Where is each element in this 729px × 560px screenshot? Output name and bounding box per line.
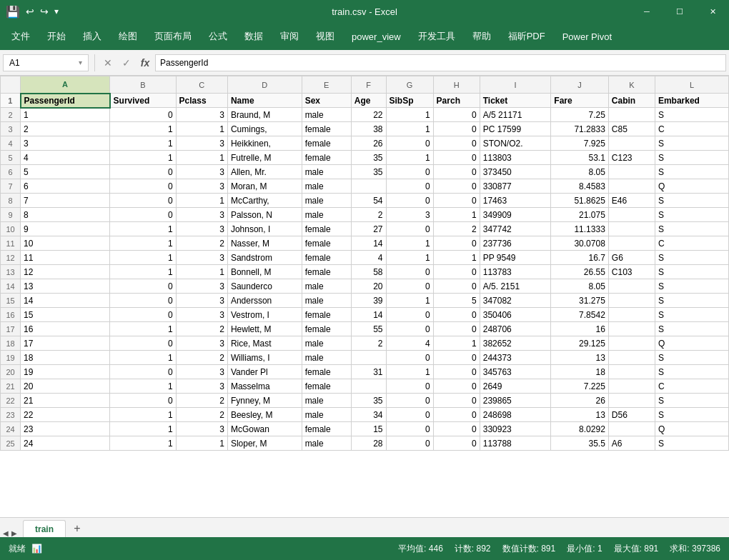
cell-row5-col8[interactable]: 113803 xyxy=(480,151,551,165)
cell-row7-col0[interactable]: 6 xyxy=(21,179,110,194)
cell-row7-col7[interactable]: 0 xyxy=(433,179,480,194)
cell-row5-col1[interactable]: 1 xyxy=(110,151,177,165)
cell-row4-col4[interactable]: female xyxy=(302,136,351,151)
cell-row16-col6[interactable]: 0 xyxy=(386,308,433,322)
cell-row6-col11[interactable]: S xyxy=(655,165,728,179)
cell-row5-col2[interactable]: 1 xyxy=(176,151,227,165)
cell-h1[interactable]: Parch xyxy=(433,94,480,108)
cell-row22-col3[interactable]: Fynney, M xyxy=(227,394,302,408)
cell-row15-col2[interactable]: 3 xyxy=(176,294,227,308)
col-header-b[interactable]: B xyxy=(110,76,177,94)
cell-row3-col8[interactable]: PC 17599 xyxy=(480,122,551,136)
col-header-j[interactable]: J xyxy=(551,76,609,94)
cell-row23-col6[interactable]: 0 xyxy=(386,408,433,422)
cell-row17-col11[interactable]: S xyxy=(655,322,728,336)
cell-row6-col10[interactable] xyxy=(608,165,655,179)
cell-row5-col4[interactable]: female xyxy=(302,151,351,165)
cell-row21-col0[interactable]: 20 xyxy=(21,379,110,394)
cell-row14-col6[interactable]: 0 xyxy=(386,279,433,294)
cell-row2-col1[interactable]: 0 xyxy=(110,108,177,122)
cell-row9-col11[interactable]: S xyxy=(655,208,728,222)
cell-row20-col7[interactable]: 0 xyxy=(433,365,480,379)
cell-row21-col6[interactable]: 0 xyxy=(386,379,433,394)
menu-power-view[interactable]: power_view xyxy=(343,27,410,46)
cell-row16-col8[interactable]: 350406 xyxy=(480,308,551,322)
cell-row9-col4[interactable]: male xyxy=(302,208,351,222)
cell-row25-col1[interactable]: 1 xyxy=(110,436,177,451)
cell-row25-col5[interactable]: 28 xyxy=(351,436,386,451)
cell-row20-col10[interactable] xyxy=(608,365,655,379)
cell-row8-col6[interactable]: 0 xyxy=(386,194,433,208)
cell-row19-col3[interactable]: Williams, I xyxy=(227,351,302,365)
cell-row9-col0[interactable]: 8 xyxy=(21,208,110,222)
col-header-l[interactable]: L xyxy=(655,76,728,94)
cell-row23-col3[interactable]: Beesley, M xyxy=(227,408,302,422)
cell-row19-col9[interactable]: 13 xyxy=(551,351,609,365)
cell-row7-col10[interactable] xyxy=(608,179,655,194)
cell-row5-col6[interactable]: 1 xyxy=(386,151,433,165)
cell-row22-col0[interactable]: 21 xyxy=(21,394,110,408)
cell-row18-col5[interactable]: 2 xyxy=(351,336,386,351)
menu-developer[interactable]: 开发工具 xyxy=(410,26,464,47)
cell-row17-col10[interactable] xyxy=(608,322,655,336)
cell-row8-col7[interactable]: 0 xyxy=(433,194,480,208)
cell-row13-col7[interactable]: 0 xyxy=(433,265,480,279)
cell-row14-col0[interactable]: 13 xyxy=(21,279,110,294)
cell-row4-col0[interactable]: 3 xyxy=(21,136,110,151)
cell-row13-col9[interactable]: 26.55 xyxy=(551,265,609,279)
cell-row12-col7[interactable]: 1 xyxy=(433,251,480,265)
cell-row14-col9[interactable]: 8.05 xyxy=(551,279,609,294)
cell-row7-col2[interactable]: 3 xyxy=(176,179,227,194)
cell-row8-col2[interactable]: 1 xyxy=(176,194,227,208)
cell-row12-col0[interactable]: 11 xyxy=(21,251,110,265)
menu-file[interactable]: 文件 xyxy=(3,26,39,47)
menu-view[interactable]: 视图 xyxy=(307,26,343,47)
cell-row2-col5[interactable]: 22 xyxy=(351,108,386,122)
cell-row14-col4[interactable]: male xyxy=(302,279,351,294)
cell-row10-col0[interactable]: 9 xyxy=(21,222,110,236)
col-header-a[interactable]: A xyxy=(21,76,110,94)
cell-row20-col5[interactable]: 31 xyxy=(351,365,386,379)
cell-row11-col6[interactable]: 1 xyxy=(386,236,433,251)
cell-row3-col2[interactable]: 1 xyxy=(176,122,227,136)
cell-row18-col4[interactable]: male xyxy=(302,336,351,351)
cell-row20-col4[interactable]: female xyxy=(302,365,351,379)
cell-row7-col5[interactable] xyxy=(351,179,386,194)
cell-row16-col9[interactable]: 7.8542 xyxy=(551,308,609,322)
col-header-g[interactable]: G xyxy=(386,76,433,94)
cell-row13-col6[interactable]: 0 xyxy=(386,265,433,279)
cell-row21-col4[interactable]: female xyxy=(302,379,351,394)
cell-f1[interactable]: Age xyxy=(351,94,386,108)
scroll-area[interactable]: A B C D E F G H I J K L 1 Pas xyxy=(0,76,729,451)
cell-row8-col11[interactable]: S xyxy=(655,194,728,208)
cell-row15-col3[interactable]: Andersson xyxy=(227,294,302,308)
cell-row4-col2[interactable]: 3 xyxy=(176,136,227,151)
cell-row23-col5[interactable]: 34 xyxy=(351,408,386,422)
cell-row17-col6[interactable]: 0 xyxy=(386,322,433,336)
cell-row17-col5[interactable]: 55 xyxy=(351,322,386,336)
cell-row23-col4[interactable]: male xyxy=(302,408,351,422)
menu-data[interactable]: 数据 xyxy=(236,26,272,47)
cell-row12-col1[interactable]: 1 xyxy=(110,251,177,265)
cell-row24-col2[interactable]: 3 xyxy=(176,422,227,436)
cell-row11-col0[interactable]: 10 xyxy=(21,236,110,251)
sheet-tab-train[interactable]: train xyxy=(23,520,66,537)
cell-row20-col0[interactable]: 19 xyxy=(21,365,110,379)
cell-row4-col10[interactable] xyxy=(608,136,655,151)
cell-row13-col8[interactable]: 113783 xyxy=(480,265,551,279)
cell-row16-col1[interactable]: 0 xyxy=(110,308,177,322)
cell-row6-col4[interactable]: male xyxy=(302,165,351,179)
cell-row11-col8[interactable]: 237736 xyxy=(480,236,551,251)
col-header-e[interactable]: E xyxy=(302,76,351,94)
cell-row9-col2[interactable]: 3 xyxy=(176,208,227,222)
cell-row17-col9[interactable]: 16 xyxy=(551,322,609,336)
cell-row9-col3[interactable]: Palsson, N xyxy=(227,208,302,222)
cell-row11-col4[interactable]: female xyxy=(302,236,351,251)
cell-j1[interactable]: Fare xyxy=(551,94,609,108)
cell-row12-col2[interactable]: 3 xyxy=(176,251,227,265)
cell-row19-col6[interactable]: 0 xyxy=(386,351,433,365)
cell-e1[interactable]: Sex xyxy=(302,94,351,108)
cell-row5-col3[interactable]: Futrelle, M xyxy=(227,151,302,165)
cell-row14-col8[interactable]: A/5. 2151 xyxy=(480,279,551,294)
cell-row3-col7[interactable]: 0 xyxy=(433,122,480,136)
